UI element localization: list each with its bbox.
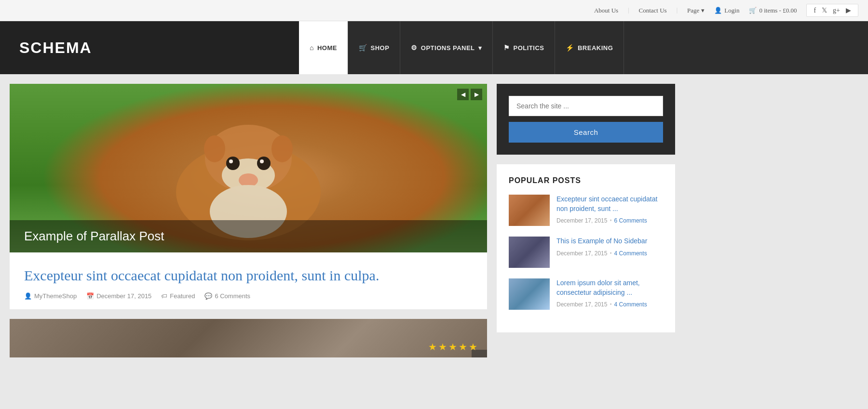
facebook-icon[interactable]: f xyxy=(811,6,819,15)
hero-next-button[interactable]: ▶ xyxy=(471,89,482,100)
star-rating: ★ ★ ★ ★ ★ xyxy=(428,341,477,353)
youtube-icon[interactable]: ▶ xyxy=(843,5,854,15)
popular-post-meta-2: December 17, 2015 • 4 Comments xyxy=(556,250,663,257)
sidebar: Search POPULAR POSTS Excepteur sint occa… xyxy=(497,84,675,357)
popular-posts-widget: POPULAR POSTS Excepteur sint occaecat cu… xyxy=(497,164,675,332)
popular-post-date-1: December 17, 2015 xyxy=(556,217,607,224)
popular-post-info-2: This is Example of No Sidebar December 1… xyxy=(556,237,663,268)
star-5: ★ xyxy=(469,341,477,353)
search-widget: Search xyxy=(497,84,675,155)
category-name[interactable]: Featured xyxy=(170,292,195,300)
breaking-icon: ⚡ xyxy=(566,44,574,52)
nav-item-shop[interactable]: 🛒 SHOP xyxy=(348,21,400,74)
nav-label-shop: SHOP xyxy=(370,44,389,52)
star-1: ★ xyxy=(428,341,437,353)
nav-item-home[interactable]: ⌂ HOME xyxy=(299,21,348,74)
comment-icon: 💬 xyxy=(204,292,212,300)
post-comments: 💬 6 Comments xyxy=(204,292,250,300)
contact-us-link[interactable]: Contact Us xyxy=(639,7,667,14)
popular-post-comments-2[interactable]: 4 Comments xyxy=(614,250,647,257)
popular-post-thumb-2 xyxy=(509,237,550,268)
popular-post-thumb-3 xyxy=(509,278,550,310)
svg-point-9 xyxy=(271,135,293,162)
options-icon: ⚙ xyxy=(411,44,418,52)
hero-overlay: Example of Parallax Post xyxy=(10,220,487,252)
main-nav: ⌂ HOME 🛒 SHOP ⚙ OPTIONS PANEL ▾ ⚑ POLITI… xyxy=(299,21,868,74)
shop-icon: 🛒 xyxy=(359,44,367,52)
content-area: ◀ ▶ Example of Parallax Post Excepteur s… xyxy=(10,84,487,357)
post-meta: 👤 MyThemeShop 📅 December 17, 2015 🏷 Feat… xyxy=(24,292,473,300)
popular-post-thumb-1 xyxy=(509,195,550,226)
popular-posts-title: POPULAR POSTS xyxy=(509,176,663,185)
nav-item-options-panel[interactable]: ⚙ OPTIONS PANEL ▾ xyxy=(400,21,493,74)
svg-point-4 xyxy=(226,157,240,170)
cart-label: 0 items - £0.00 xyxy=(759,7,797,14)
googleplus-icon[interactable]: g+ xyxy=(830,6,843,15)
post-author: 👤 MyThemeShop xyxy=(24,292,77,300)
post-card: Excepteur sint occaecat cupidatat non pr… xyxy=(10,252,487,309)
post-category: 🏷 Featured xyxy=(161,292,195,300)
nav-item-breaking[interactable]: ⚡ BREAKING xyxy=(555,21,624,74)
person-icon: 👤 xyxy=(714,7,722,14)
popular-post-title-1[interactable]: Excepteur sint occaecat cupidatat non pr… xyxy=(556,195,663,213)
svg-point-5 xyxy=(229,159,233,163)
meta-dot-3: • xyxy=(610,301,611,308)
popular-post-item-3[interactable]: Lorem ipsum dolor sit amet, consectetur … xyxy=(509,278,663,310)
post-date-text: December 17, 2015 xyxy=(96,292,151,300)
comments-count[interactable]: 6 Comments xyxy=(215,292,250,300)
cart-link[interactable]: 🛒 0 items - £0.00 xyxy=(749,7,797,14)
popular-post-info-1: Excepteur sint occaecat cupidatat non pr… xyxy=(556,195,663,226)
star-2: ★ xyxy=(438,341,447,353)
meta-dot-2: • xyxy=(610,250,611,257)
hero-animal-svg xyxy=(152,96,345,240)
hero-prev-button[interactable]: ◀ xyxy=(457,89,469,100)
site-logo[interactable]: SCHEMA xyxy=(19,39,92,57)
popular-post-date-2: December 17, 2015 xyxy=(556,250,607,257)
page-chevron: ▾ xyxy=(701,7,705,14)
logo-area: SCHEMA xyxy=(0,21,299,74)
page-dropdown[interactable]: Page ▾ xyxy=(687,7,705,14)
cart-icon: 🛒 xyxy=(749,7,757,14)
post-date: 📅 December 17, 2015 xyxy=(86,292,151,300)
tag-icon: 🏷 xyxy=(161,292,167,300)
svg-point-6 xyxy=(257,157,271,170)
popular-post-comments-1[interactable]: 6 Comments xyxy=(614,217,647,224)
hero-post: ◀ ▶ Example of Parallax Post xyxy=(10,84,487,252)
second-post-preview[interactable]: ★ ★ ★ ★ ★ xyxy=(10,319,487,357)
politics-icon: ⚑ xyxy=(503,44,510,52)
svg-point-3 xyxy=(239,173,258,187)
login-link[interactable]: 👤 Login xyxy=(714,7,739,14)
popular-post-title-2[interactable]: This is Example of No Sidebar xyxy=(556,237,663,246)
page-label: Page xyxy=(687,7,699,14)
popular-post-date-3: December 17, 2015 xyxy=(556,301,607,308)
star-rating-area: ★ ★ ★ ★ ★ xyxy=(472,350,487,357)
popular-post-info-3: Lorem ipsum dolor sit amet, consectetur … xyxy=(556,278,663,310)
search-button[interactable]: Search xyxy=(509,122,663,143)
hero-controls: ◀ ▶ xyxy=(457,89,482,100)
popular-post-item-1[interactable]: Excepteur sint occaecat cupidatat non pr… xyxy=(509,195,663,226)
post-title[interactable]: Excepteur sint occaecat cupidatat non pr… xyxy=(24,266,473,285)
popular-post-title-3[interactable]: Lorem ipsum dolor sit amet, consectetur … xyxy=(556,278,663,297)
social-links: f 𝕏 g+ ▶ xyxy=(806,4,858,17)
author-icon: 👤 xyxy=(24,292,32,300)
main-layout: ◀ ▶ Example of Parallax Post Excepteur s… xyxy=(0,74,868,367)
star-3: ★ xyxy=(448,341,457,353)
second-post-bg xyxy=(10,319,487,357)
top-bar: About Us | Contact Us | Page ▾ 👤 Login 🛒… xyxy=(0,0,868,21)
nav-item-politics[interactable]: ⚑ POLITICS xyxy=(493,21,555,74)
hero-title[interactable]: Example of Parallax Post xyxy=(24,229,473,244)
sep-2: | xyxy=(677,7,678,14)
author-name: MyThemeShop xyxy=(34,292,77,300)
popular-post-meta-1: December 17, 2015 • 6 Comments xyxy=(556,217,663,224)
nav-label-options: OPTIONS PANEL xyxy=(421,44,475,52)
nav-label-politics: POLITICS xyxy=(514,44,544,52)
sep-1: | xyxy=(628,7,629,14)
svg-point-7 xyxy=(260,159,264,163)
about-us-link[interactable]: About Us xyxy=(594,7,618,14)
popular-post-item-2[interactable]: This is Example of No Sidebar December 1… xyxy=(509,237,663,268)
calendar-icon: 📅 xyxy=(86,292,94,300)
twitter-icon[interactable]: 𝕏 xyxy=(819,5,830,15)
home-icon: ⌂ xyxy=(310,44,314,52)
search-input[interactable] xyxy=(509,96,663,116)
popular-post-comments-3[interactable]: 4 Comments xyxy=(614,301,647,308)
